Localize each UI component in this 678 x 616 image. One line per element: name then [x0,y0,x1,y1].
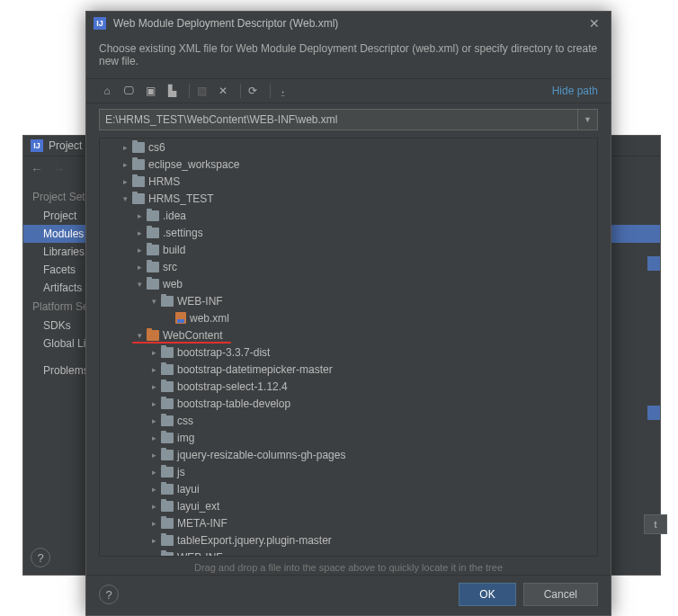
help-button[interactable]: ? [99,585,119,604]
chevron-right-icon[interactable]: ▸ [148,468,159,477]
deployment-descriptor-dialog: IJ Web Module Deployment Descriptor (Web… [85,11,611,616]
tree-label: layui_ext [177,500,219,513]
fragment-button[interactable]: t [644,514,667,534]
chevron-right-icon[interactable]: ▸ [134,211,145,220]
folder-icon [147,228,159,238]
tree-row[interactable]: ▸bootstrap-datetimepicker-master [100,361,597,378]
tree-label: layui [177,483,200,495]
folder-icon [161,433,174,443]
xml-file-icon [175,312,186,324]
chevron-right-icon[interactable]: ▸ [148,365,159,374]
chevron-right-icon[interactable]: ▸ [148,433,159,442]
forward-arrow-icon[interactable]: → [52,162,65,176]
chevron-right-icon[interactable]: ▸ [134,228,145,237]
folder-icon [161,518,174,529]
folder-icon [147,210,159,221]
chevron-right-icon[interactable]: ▸ [134,263,145,272]
folder-icon [161,364,174,375]
chevron-right-icon[interactable]: ▸ [120,177,130,186]
chevron-right-icon[interactable]: ▸ [148,382,159,391]
file-tree[interactable]: ▸cs6▸eclipse_workspace▸HRMS▾HRMS_TEST▸.i… [99,138,598,557]
chevron-right-icon[interactable]: ▸ [148,519,159,528]
help-button[interactable]: ? [31,548,50,567]
home-icon[interactable]: ⌂ [99,83,115,99]
tree-row[interactable]: ▸src [100,258,597,275]
path-bar: ▼ [99,109,598,130]
delete-icon[interactable]: ✕ [215,83,231,99]
folder-icon [147,330,159,341]
hide-path-link[interactable]: Hide path [552,85,598,97]
intellij-icon: IJ [31,139,43,152]
dialog-subtitle: Choose existing XML file for Web Module … [86,35,611,78]
tree-row[interactable]: ▸css [100,412,597,429]
chevron-right-icon[interactable]: ▸ [148,536,159,545]
tree-row[interactable]: ▸bootstrap-select-1.12.4 [100,378,597,395]
folder-icon [147,262,159,272]
chevron-right-icon[interactable]: ▸ [148,485,159,494]
refresh-icon[interactable]: ⟳ [245,83,261,99]
tree-row[interactable]: ▸bootstrap-3.3.7-dist [100,344,597,361]
tree-label: WEB-INF [177,295,223,308]
tree-row[interactable]: ▸eclipse_workspace [100,156,597,173]
folder-icon [132,159,145,170]
tree-row[interactable]: ▾web [100,275,597,292]
tree-row[interactable]: ▸bootstrap-table-develop [100,395,597,412]
dialog-buttons: ? OK Cancel [86,575,611,615]
tree-row[interactable]: ▸web.xml [100,309,597,326]
chevron-right-icon[interactable]: ▸ [148,399,159,408]
cancel-button[interactable]: Cancel [523,583,598,606]
folder-icon [161,535,174,546]
tree-label: css [177,415,193,427]
chevron-right-icon[interactable]: ▸ [134,246,145,254]
tree-label: tableExport.jquery.plugin-master [177,534,332,547]
folder-icon [161,381,174,392]
tree-row[interactable]: ▾HRMS_TEST [100,190,597,207]
desktop-icon[interactable]: 🖵 [120,83,137,99]
tree-label: .idea [163,210,186,222]
folder-icon [161,347,174,358]
chevron-down-icon[interactable]: ▾ [134,280,145,289]
chevron-right-icon[interactable]: ▸ [148,451,159,460]
project-icon[interactable]: ▣ [142,83,158,99]
tree-row[interactable]: ▾WEB-INF [100,292,597,309]
drag-drop-hint: Drag and drop a file into the space abov… [86,557,611,575]
tree-row[interactable]: ▾WEB-INF [100,549,597,557]
path-input[interactable] [99,109,578,130]
tree-row[interactable]: ▸tableExport.jquery.plugin-master [100,531,597,549]
tree-row[interactable]: ▸img [100,429,597,446]
tree-label: src [163,261,177,273]
new-folder-icon: ▧ [193,83,210,99]
separator [270,84,271,98]
back-arrow-icon[interactable]: ← [31,162,43,176]
chevron-down-icon[interactable]: ▾ [120,194,130,203]
tree-label: img [177,432,194,444]
annotation-underline [132,342,231,344]
tree-label: bootstrap-3.3.7-dist [177,346,270,359]
chevron-down-icon[interactable]: ▾ [148,553,159,558]
chevron-down-icon[interactable]: ▾ [148,297,159,306]
tree-label: eclipse_workspace [148,158,239,171]
chevron-right-icon[interactable]: ▸ [120,160,130,169]
tree-row[interactable]: ▸jquery-resizable-columns-gh-pages [100,446,597,463]
chevron-right-icon[interactable]: ▸ [148,348,159,357]
separator [240,84,241,98]
tree-row[interactable]: ▸META-INF [100,514,597,531]
close-icon[interactable]: ✕ [585,16,603,31]
ok-button[interactable]: OK [459,583,515,606]
tree-row[interactable]: ▸HRMS [100,173,597,190]
chevron-right-icon[interactable]: ▸ [148,502,159,511]
chevron-right-icon[interactable]: ▸ [120,143,130,152]
tree-row[interactable]: ▸layui_ext [100,497,597,514]
tree-row[interactable]: ▸.idea [100,207,597,224]
chevron-right-icon[interactable]: ▸ [148,416,159,425]
tree-row[interactable]: ▸.settings [100,224,597,241]
show-hidden-icon[interactable]: ⍚ [274,83,290,99]
module-icon[interactable]: ▙ [164,83,180,99]
tree-row[interactable]: ▸layui [100,480,597,497]
path-dropdown-icon[interactable]: ▼ [578,109,598,130]
tree-row[interactable]: ▸js [100,463,597,480]
tree-row[interactable]: ▸build [100,241,597,258]
tree-row[interactable]: ▸cs6 [100,138,597,156]
tree-label: .settings [163,227,203,239]
chevron-down-icon[interactable]: ▾ [134,331,145,340]
